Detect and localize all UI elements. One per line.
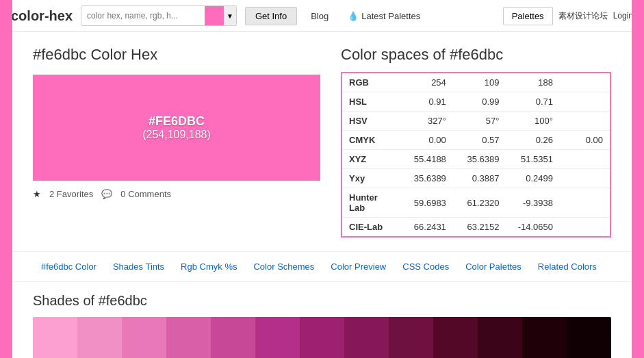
color-space-v3: 100° bbox=[506, 112, 560, 131]
color-space-v3: 0.71 bbox=[506, 92, 560, 112]
color-dropdown-button[interactable]: ▼ bbox=[224, 6, 236, 25]
color-space-v2: 63.2152 bbox=[453, 218, 506, 238]
color-space-v1: 66.2431 bbox=[400, 218, 453, 238]
color-space-v1: 0.00 bbox=[400, 131, 453, 150]
color-space-v3: -14.0650 bbox=[506, 218, 560, 238]
color-space-v1: 35.6389 bbox=[400, 169, 453, 188]
shade-block[interactable] bbox=[122, 317, 166, 358]
shade-block[interactable] bbox=[344, 317, 389, 358]
color-space-v2: 61.2320 bbox=[453, 188, 506, 218]
page-title: #fe6dbc Color Hex bbox=[33, 46, 320, 64]
shade-block[interactable] bbox=[255, 317, 300, 358]
left-border bbox=[0, 0, 12, 358]
shade-block[interactable] bbox=[211, 317, 255, 358]
color-space-label: RGB bbox=[342, 73, 400, 92]
color-swatch-rgb: (254,109,188) bbox=[142, 129, 211, 141]
color-space-v3: 51.5351 bbox=[506, 150, 560, 169]
color-space-v2: 35.6389 bbox=[453, 150, 506, 169]
nav-tab[interactable]: Color Preview bbox=[322, 259, 394, 274]
color-space-v2: 0.99 bbox=[453, 92, 506, 112]
comment-icon: 💬 bbox=[101, 189, 112, 199]
shades-title: Shades of #fe6dbc bbox=[33, 293, 611, 309]
header-right: Palettes 素材设计论坛 Login bbox=[503, 7, 633, 25]
shade-block[interactable] bbox=[433, 317, 478, 358]
shades-section: Shades of #fe6dbc bbox=[12, 282, 632, 358]
shades-strip bbox=[33, 317, 611, 358]
right-panel: Color spaces of #fe6dbc RGB254109188HSL0… bbox=[341, 46, 611, 238]
table-row: HSL0.910.990.71 bbox=[342, 92, 610, 112]
shade-block[interactable] bbox=[300, 317, 344, 358]
nav-tab[interactable]: #fe6dbc Color bbox=[33, 259, 105, 274]
color-space-v4: 0.00 bbox=[560, 131, 610, 150]
register-link[interactable]: 素材设计论坛 bbox=[558, 10, 608, 22]
color-space-v2: 57° bbox=[453, 112, 506, 131]
search-input[interactable] bbox=[81, 8, 205, 24]
color-space-label: HSL bbox=[342, 92, 400, 112]
nav-tab[interactable]: Rgb Cmyk %s bbox=[172, 259, 245, 274]
color-space-v1: 254 bbox=[400, 73, 453, 92]
nav-tab[interactable]: Related Colors bbox=[530, 259, 605, 274]
right-border bbox=[632, 0, 644, 358]
shade-block[interactable] bbox=[33, 317, 77, 358]
color-space-v3: 0.26 bbox=[506, 131, 560, 150]
color-preview-swatch[interactable] bbox=[205, 6, 224, 25]
color-space-v1: 0.91 bbox=[400, 92, 453, 112]
table-row: RGB254109188 bbox=[342, 73, 610, 92]
table-row: HSV327°57°100° bbox=[342, 112, 610, 131]
drop-icon: 💧 bbox=[348, 11, 359, 21]
header: color-hex ▼ Get Info Blog 💧 Latest Palet… bbox=[0, 0, 644, 32]
favorites-count: 2 Favorites bbox=[49, 189, 93, 199]
login-link[interactable]: Login bbox=[613, 11, 633, 21]
color-space-v2: 0.57 bbox=[453, 131, 506, 150]
shade-block[interactable] bbox=[478, 317, 522, 358]
table-row: XYZ55.418835.638951.5351 bbox=[342, 150, 610, 169]
left-panel: #fe6dbc Color Hex #FE6DBC (254,109,188) … bbox=[33, 46, 320, 238]
table-row: Hunter Lab59.698361.2320-9.3938 bbox=[342, 188, 610, 218]
color-spaces-title: Color spaces of #fe6dbc bbox=[341, 46, 611, 64]
favorites-bar: ★ 2 Favorites 💬 0 Comments bbox=[33, 189, 320, 199]
star-icon: ★ bbox=[33, 189, 41, 199]
color-space-label: Hunter Lab bbox=[342, 188, 400, 218]
shade-block[interactable] bbox=[522, 317, 567, 358]
comments-count: 0 Comments bbox=[120, 189, 171, 199]
color-space-v2: 109 bbox=[453, 73, 506, 92]
color-space-label: CIE-Lab bbox=[342, 218, 400, 238]
color-space-label: HSV bbox=[342, 112, 400, 131]
get-info-button[interactable]: Get Info bbox=[245, 7, 297, 25]
color-space-v3: -9.3938 bbox=[506, 188, 560, 218]
latest-palettes-link[interactable]: 💧 Latest Palettes bbox=[342, 11, 426, 21]
nav-tab[interactable]: CSS Codes bbox=[394, 259, 457, 274]
color-space-label: XYZ bbox=[342, 150, 400, 169]
nav-tabs: #fe6dbc ColorShades TintsRgb Cmyk %sColo… bbox=[12, 251, 632, 282]
shade-block[interactable] bbox=[389, 317, 433, 358]
color-space-v1: 55.4188 bbox=[400, 150, 453, 169]
palettes-button[interactable]: Palettes bbox=[503, 7, 553, 25]
shade-block[interactable] bbox=[166, 317, 211, 358]
color-spaces-table: RGB254109188HSL0.910.990.71HSV327°57°100… bbox=[341, 72, 611, 238]
color-space-label: CMYK bbox=[342, 131, 400, 150]
color-space-v2: 0.3887 bbox=[453, 169, 506, 188]
table-row: Yxy35.63890.38870.2499 bbox=[342, 169, 610, 188]
color-space-v1: 327° bbox=[400, 112, 453, 131]
color-space-v1: 59.6983 bbox=[400, 188, 453, 218]
table-row: CIE-Lab66.243163.2152-14.0650 bbox=[342, 218, 610, 238]
table-row: CMYK0.000.570.260.00 bbox=[342, 131, 610, 150]
color-swatch: #FE6DBC (254,109,188) bbox=[33, 75, 320, 181]
color-space-v3: 0.2499 bbox=[506, 169, 560, 188]
logo[interactable]: color-hex bbox=[11, 8, 73, 24]
color-space-v3: 188 bbox=[506, 73, 560, 92]
blog-link[interactable]: Blog bbox=[305, 11, 334, 21]
nav-tab[interactable]: Shades Tints bbox=[105, 259, 172, 274]
main-content: #fe6dbc Color Hex #FE6DBC (254,109,188) … bbox=[12, 32, 632, 251]
color-swatch-hex: #FE6DBC bbox=[149, 114, 205, 129]
nav-tab[interactable]: Color Palettes bbox=[457, 259, 530, 274]
color-space-label: Yxy bbox=[342, 169, 400, 188]
shade-block[interactable] bbox=[77, 317, 122, 358]
shade-block[interactable] bbox=[567, 317, 611, 358]
search-wrapper: ▼ bbox=[81, 5, 237, 26]
nav-tab[interactable]: Color Schemes bbox=[245, 259, 322, 274]
